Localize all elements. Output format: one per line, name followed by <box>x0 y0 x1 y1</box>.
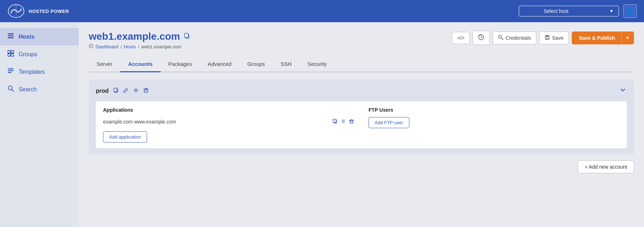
avatar-button[interactable]: 👤 <box>623 4 637 18</box>
app-header: HOSTED POWER Select host ▼ 👤 <box>0 0 644 22</box>
sidebar-item-groups-label: Groups <box>19 51 37 58</box>
sidebar-item-search-label: Search <box>19 86 37 93</box>
sidebar-item-groups[interactable]: Groups <box>0 45 79 63</box>
templates-icon <box>7 67 14 76</box>
main-content: web1.example.com <box>79 22 644 227</box>
app-row-icons <box>332 119 354 125</box>
svg-rect-2 <box>8 35 14 37</box>
breadcrumb-dashboard[interactable]: Dashboard <box>96 44 118 49</box>
svg-rect-34 <box>350 120 353 123</box>
tab-groups[interactable]: Groups <box>239 57 273 72</box>
app-settings-button[interactable] <box>341 119 346 125</box>
account-header: prod <box>96 86 627 96</box>
account-actions <box>112 87 150 95</box>
account-edit-button[interactable] <box>122 87 130 95</box>
save-publish-dropdown-arrow-icon: ▼ <box>625 35 630 40</box>
svg-rect-9 <box>8 70 14 71</box>
save-button[interactable]: Save <box>539 32 569 44</box>
account-name-row: prod <box>96 87 150 95</box>
svg-rect-4 <box>8 50 10 53</box>
applications-header: Applications <box>103 107 354 113</box>
page-title-text: web1.example.com <box>89 31 180 42</box>
history-button[interactable] <box>473 31 490 45</box>
breadcrumb-hosts[interactable]: Hosts <box>124 44 136 49</box>
select-host-dropdown[interactable]: Select host ▼ <box>519 6 619 16</box>
application-row: example.com www.example.com <box>103 117 354 126</box>
page-title-area: web1.example.com <box>89 31 190 49</box>
sidebar: Hosts Groups Templates <box>0 22 79 227</box>
sidebar-item-hosts-label: Hosts <box>19 34 34 40</box>
copy-hostname-icon[interactable] <box>184 33 190 40</box>
breadcrumb-current: web1.example.com <box>141 44 181 49</box>
code-icon: </> <box>457 35 464 41</box>
logo-text: HOSTED POWER <box>29 9 69 14</box>
svg-rect-3 <box>8 37 14 38</box>
svg-rect-7 <box>11 54 14 56</box>
credentials-label: Credentials <box>506 35 531 41</box>
account-collapse-button[interactable] <box>619 86 627 96</box>
app-copy-button[interactable] <box>332 119 338 125</box>
tab-accounts[interactable]: Accounts <box>120 57 160 72</box>
tab-advanced[interactable]: Advanced <box>200 57 239 72</box>
sidebar-item-templates-label: Templates <box>19 69 45 75</box>
breadcrumb: Dashboard / Hosts / web1.example.com <box>89 44 190 49</box>
account-columns: Applications example.com www.example.com <box>103 107 620 143</box>
credentials-button[interactable]: Credentials <box>493 32 536 44</box>
svg-point-33 <box>343 121 344 122</box>
key-icon <box>498 35 503 41</box>
groups-icon <box>7 50 14 59</box>
tab-server[interactable]: Server <box>89 57 120 72</box>
add-application-button[interactable]: Add application <box>103 131 147 143</box>
app-domains: example.com www.example.com <box>103 119 176 125</box>
sidebar-item-templates[interactable]: Templates <box>0 63 79 81</box>
account-card-prod: prod <box>89 79 634 155</box>
svg-rect-5 <box>11 50 14 53</box>
page-title: web1.example.com <box>89 31 190 42</box>
svg-rect-26 <box>114 88 117 92</box>
account-copy-button[interactable] <box>112 87 119 95</box>
svg-line-21 <box>502 38 503 39</box>
sidebar-item-hosts[interactable]: Hosts <box>0 28 79 45</box>
applications-column: Applications example.com www.example.com <box>103 107 354 143</box>
svg-line-12 <box>12 90 14 91</box>
tab-security[interactable]: Security <box>299 57 335 72</box>
ftp-users-column: FTP Users Add FTP user <box>369 107 620 143</box>
svg-rect-14 <box>185 33 188 37</box>
main-layout: Hosts Groups Templates <box>0 22 644 227</box>
avatar-icon: 👤 <box>626 7 634 15</box>
account-name: prod <box>96 88 109 94</box>
account-body: Applications example.com www.example.com <box>96 101 627 148</box>
svg-rect-32 <box>333 119 336 122</box>
add-ftp-user-button[interactable]: Add FTP user <box>369 117 409 128</box>
breadcrumb-icon <box>89 44 93 49</box>
breadcrumb-sep2: / <box>138 44 139 49</box>
save-label: Save <box>552 35 564 41</box>
save-publish-button[interactable]: Save & Publish <box>572 32 621 44</box>
tabs: Server Accounts Packages Advanced Groups… <box>89 57 634 72</box>
code-button[interactable]: </> <box>452 32 470 44</box>
tab-packages[interactable]: Packages <box>161 57 200 72</box>
svg-rect-6 <box>8 54 10 56</box>
tab-ssh[interactable]: SSH <box>273 57 299 72</box>
page-header: web1.example.com <box>89 31 634 49</box>
add-account-row: + Add new account <box>89 160 634 173</box>
svg-rect-24 <box>546 38 548 39</box>
save-publish-dropdown-button[interactable]: ▼ <box>621 32 633 44</box>
toolbar: </> <box>452 31 634 45</box>
svg-rect-10 <box>8 72 11 73</box>
ftp-users-header: FTP Users <box>369 107 620 113</box>
svg-point-27 <box>135 89 136 91</box>
logo: HOSTED POWER <box>7 4 69 19</box>
account-settings-button[interactable] <box>132 87 140 95</box>
save-icon <box>545 35 550 41</box>
svg-point-11 <box>8 86 12 90</box>
svg-rect-23 <box>546 35 548 37</box>
app-delete-button[interactable] <box>349 119 354 125</box>
svg-rect-8 <box>8 68 14 69</box>
svg-point-17 <box>91 47 92 48</box>
history-icon <box>478 34 484 42</box>
search-icon <box>7 85 14 94</box>
sidebar-item-search[interactable]: Search <box>0 81 79 98</box>
account-delete-button[interactable] <box>142 87 150 95</box>
add-new-account-button[interactable]: + Add new account <box>578 160 634 173</box>
